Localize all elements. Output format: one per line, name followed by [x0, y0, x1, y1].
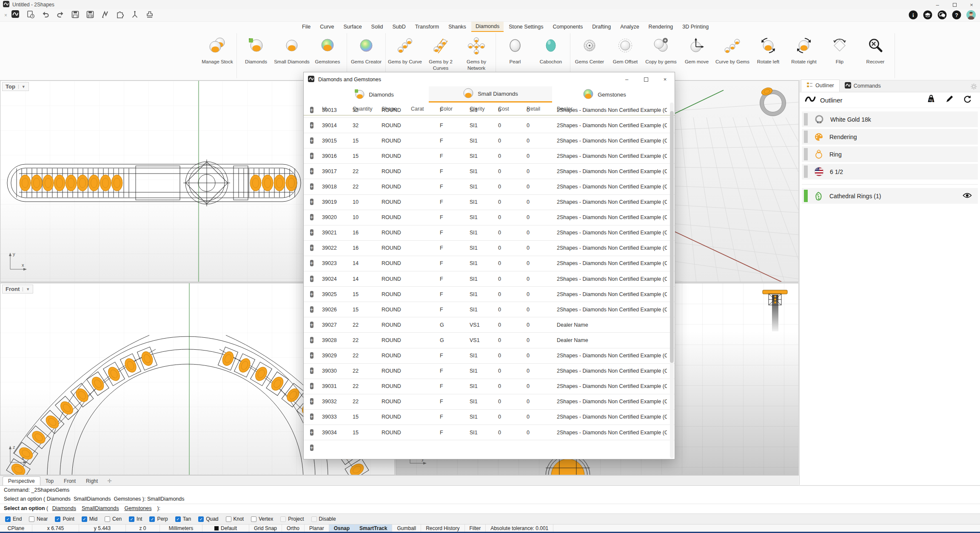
add-row-button[interactable]: + [310, 122, 313, 128]
status-ortho[interactable]: Ortho [282, 524, 305, 532]
open-template-icon[interactable] [26, 10, 35, 20]
sidebar-tab-commands[interactable]: Commands [840, 80, 886, 92]
menu-tab-curve[interactable]: Curve [316, 22, 338, 32]
ribbon-button-rotate-right[interactable]: Rotate right [786, 33, 822, 78]
redo-icon[interactable] [56, 10, 65, 20]
scrollbar-thumb[interactable] [670, 111, 674, 363]
sidebar-tab-outliner[interactable]: Outliner [801, 80, 840, 92]
eye-icon[interactable] [963, 192, 972, 200]
stamp-icon[interactable] [145, 10, 154, 20]
add-row-button[interactable]: + [310, 306, 313, 313]
table-scrollbar[interactable] [670, 103, 674, 458]
weight-kg-icon[interactable]: Kg [926, 94, 936, 105]
osnap-checkbox-end[interactable]: ✓End [5, 516, 22, 522]
command-option-diamonds[interactable]: Diamonds [52, 505, 76, 511]
undo-icon[interactable] [41, 10, 50, 20]
viewport-front-label[interactable]: Front▼ [2, 285, 33, 294]
add-row-button[interactable]: + [310, 245, 313, 251]
menu-tab-transform[interactable]: Transform [411, 22, 444, 32]
chevron-down-icon[interactable]: ▼ [23, 287, 30, 291]
window-minimize-button[interactable]: – [929, 0, 946, 9]
dialog-close-button[interactable]: × [655, 72, 675, 86]
add-row-button[interactable]: + [310, 199, 313, 205]
add-row-button[interactable]: + [310, 137, 313, 144]
chevron-down-icon[interactable]: ▼ [18, 85, 26, 89]
command-prompt[interactable]: Select an option ( DiamondsSmallDiamonds… [0, 504, 980, 513]
ribbon-button-recover[interactable]: Recover [858, 33, 893, 78]
add-row-button[interactable]: + [310, 322, 313, 328]
add-row-button[interactable]: + [310, 429, 313, 436]
add-row-button[interactable]: + [310, 368, 313, 374]
add-row-button[interactable]: + [310, 398, 313, 405]
ribbon-button-manage-stock[interactable]: Manage Stock [199, 33, 235, 78]
osnap-checkbox-cen[interactable]: Cen [105, 516, 122, 522]
menu-tab-file[interactable]: File [298, 22, 315, 32]
viewport-top-label[interactable]: Top▼ [2, 82, 29, 91]
add-row-button[interactable]: + [310, 168, 313, 174]
table-row[interactable]: +3901332ROUNDFSI1002Shapes - Diamonds No… [304, 103, 675, 118]
checkbox-icon[interactable]: ✓ [149, 516, 155, 522]
toolbar-close-icon[interactable]: × [4, 12, 7, 18]
table-row[interactable]: +3902515ROUNDFSI1002Shapes - Diamonds No… [304, 287, 675, 302]
checkbox-icon[interactable] [311, 516, 317, 522]
status-record-history[interactable]: Record History [421, 524, 464, 532]
ribbon-button-curve-by-gems[interactable]: Curve by Gems [715, 33, 750, 78]
menu-tab-analyze[interactable]: Analyze [616, 22, 643, 32]
add-row-button[interactable]: + [310, 445, 313, 451]
table-row[interactable]: +3901615ROUNDFSI1002Shapes - Diamonds No… [304, 148, 675, 164]
status-filter[interactable]: Filter [465, 524, 486, 532]
outliner-item-6-1-2[interactable]: 6 1/2 [802, 164, 978, 180]
table-row[interactable]: +3902922ROUNDFSI1002Shapes - Diamonds No… [304, 348, 675, 364]
viewport-tab-front[interactable]: Front [59, 477, 81, 485]
command-area[interactable]: Command: _2ShapesGems Select an option (… [0, 485, 980, 513]
add-row-button[interactable]: + [310, 153, 313, 159]
checkbox-icon[interactable] [105, 516, 110, 522]
osnap-checkbox-tan[interactable]: ✓Tan [175, 516, 191, 522]
info-icon[interactable]: i [909, 10, 918, 21]
table-row[interactable]: +3902216ROUNDFSI1002Shapes - Diamonds No… [304, 241, 675, 256]
menu-tab-diamonds[interactable]: Diamonds [471, 22, 504, 32]
ribbon-button-rotate-left[interactable]: Rotate left [750, 33, 786, 78]
sketch-icon[interactable] [101, 10, 109, 20]
outliner-item-rendering[interactable]: Rendering [802, 129, 978, 145]
viewport-tab-perspective[interactable]: Perspective [3, 476, 40, 485]
menu-tab-rendering[interactable]: Rendering [644, 22, 678, 32]
status-gumball[interactable]: Gumball [392, 524, 421, 532]
refresh-icon[interactable] [963, 95, 971, 105]
menu-tab-stone-settings[interactable]: Stone Settings [504, 22, 547, 32]
gear-icon[interactable] [971, 83, 977, 91]
status-grid-snap[interactable]: Grid Snap [249, 524, 282, 532]
table-row[interactable]: +3903415ROUNDFSI1002Shapes - Diamonds No… [304, 425, 675, 440]
dialog-minimize-button[interactable]: – [617, 72, 636, 86]
menu-tab-subd[interactable]: SubD [388, 22, 410, 32]
widget-icon[interactable] [131, 10, 139, 20]
checkbox-icon[interactable] [280, 516, 286, 522]
table-row[interactable]: +3902822ROUNDGVS100Dealer Name [304, 333, 675, 348]
checkbox-icon[interactable]: ✓ [55, 516, 60, 522]
window-restore-button[interactable] [946, 0, 963, 9]
checkbox-icon[interactable]: ✓ [198, 516, 204, 522]
osnap-checkbox-point[interactable]: ✓Point [55, 516, 74, 522]
menu-tab-drafting[interactable]: Drafting [588, 22, 615, 32]
ribbon-button-gem-move[interactable]: Gem move [679, 33, 715, 78]
checkbox-icon[interactable]: ✓ [5, 516, 11, 522]
outliner-item-white-gold-18k[interactable]: 18K White Gold 18k [802, 111, 978, 127]
osnap-checkbox-disable[interactable]: Disable [311, 516, 336, 522]
osnap-checkbox-knot[interactable]: Knot [226, 516, 244, 522]
table-row[interactable]: +3903222ROUNDFSI1002Shapes - Diamonds No… [304, 394, 675, 410]
checkbox-icon[interactable] [251, 516, 256, 522]
add-row-button[interactable]: + [310, 260, 313, 266]
osnap-checkbox-mid[interactable]: ✓Mid [82, 516, 97, 522]
osnap-checkbox-int[interactable]: ✓Int [129, 516, 142, 522]
table-row[interactable]: +3902314ROUNDFSI1002Shapes - Diamonds No… [304, 256, 675, 271]
table-row[interactable]: +3901515ROUNDFSI1002Shapes - Diamonds No… [304, 133, 675, 148]
table-row[interactable]: +3903022ROUNDFSI1002Shapes - Diamonds No… [304, 364, 675, 379]
add-row-button[interactable]: + [310, 229, 313, 236]
status-absolute-tolerance-0-001[interactable]: Absolute tolerance: 0.001 [486, 524, 553, 532]
avatar-icon[interactable] [966, 10, 976, 21]
osnap-checkbox-quad[interactable]: ✓Quad [198, 516, 218, 522]
table-row[interactable]: +3902722ROUNDGVS100Dealer Name [304, 317, 675, 333]
osnap-checkbox-project[interactable]: Project [280, 516, 304, 522]
table-row[interactable]: +3901910ROUNDFSI1002Shapes - Diamonds No… [304, 195, 675, 210]
edit-icon[interactable] [945, 95, 954, 105]
